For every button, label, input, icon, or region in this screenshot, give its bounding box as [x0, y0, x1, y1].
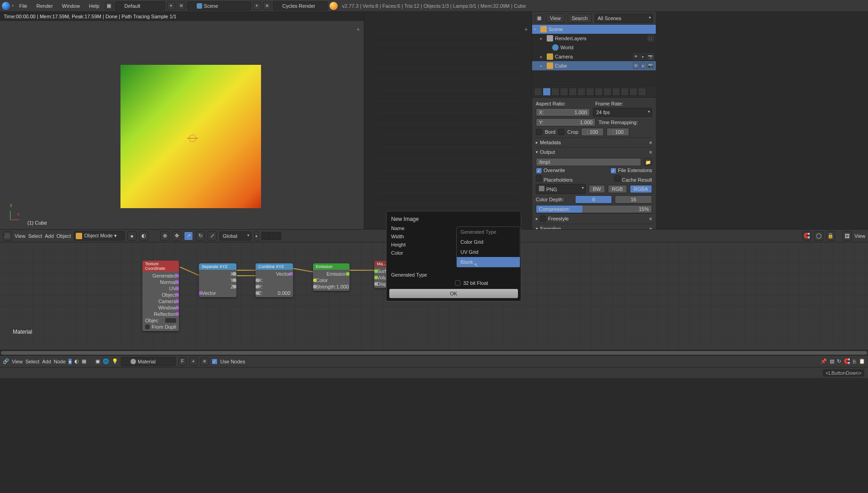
frame-rate-dropdown[interactable]: 24 fps	[593, 108, 652, 117]
viewport-3d[interactable]: Time:00:00.00 | Mem:17.59M, Peak:17.59M …	[0, 12, 364, 229]
aspect-y-field[interactable]: Y:1.000	[536, 118, 596, 126]
image-editor-toggle[interactable]: +	[524, 26, 528, 33]
layer-btn[interactable]	[261, 232, 266, 240]
node-texture-coordinate[interactable]: Texture Coordinate Generated Normal UV O…	[142, 261, 179, 331]
placeholders-checkbox[interactable]	[536, 175, 542, 182]
menu-file[interactable]: File	[16, 1, 31, 10]
copy-icon[interactable]: ⎘	[853, 359, 856, 364]
dd-blank[interactable]: Blank↖	[457, 257, 520, 267]
time-new-field[interactable]: : 100	[607, 128, 629, 136]
browse-folder-icon[interactable]: 📁	[644, 158, 652, 166]
layout-icon[interactable]: ▦	[105, 2, 113, 10]
editor-type-image-icon[interactable]: 🖼	[842, 231, 852, 241]
properties-tabs[interactable]	[532, 86, 656, 98]
tab-modifiers[interactable]	[595, 88, 603, 96]
layout-add[interactable]: +	[167, 2, 175, 10]
outliner-type-icon[interactable]: ▦	[535, 14, 543, 22]
mode-dropdown[interactable]: Object Mode ▾	[74, 231, 125, 241]
cache-result-checkbox[interactable]	[614, 175, 621, 182]
scene-dropdown[interactable]: Scene	[187, 1, 251, 10]
freestyle-checkbox[interactable]	[540, 215, 546, 222]
compression-slider[interactable]: Compression:15%	[536, 205, 652, 213]
ne-add[interactable]: Add	[42, 359, 51, 364]
tab-object[interactable]	[577, 88, 586, 96]
popup-ok-button[interactable]: OK	[389, 289, 518, 298]
object-data-icon[interactable]: ▣	[95, 358, 100, 364]
depth-8-button[interactable]: 8	[575, 195, 612, 204]
lock-camera-icon[interactable]: 🔒	[826, 231, 835, 241]
outliner-world[interactable]: World	[532, 43, 656, 52]
use-nodes-checkbox[interactable]	[211, 358, 218, 365]
manipulator-icon[interactable]: ✥	[172, 231, 181, 241]
rgb-button[interactable]: RGB	[608, 185, 627, 193]
scrollbar-horizontal[interactable]	[1, 351, 867, 355]
mat-del[interactable]: ✕	[200, 357, 209, 366]
border-checkbox[interactable]	[536, 129, 542, 135]
output-panel[interactable]: ▾Output≡	[536, 147, 652, 157]
backdrop-icon[interactable]: ▧	[830, 358, 834, 364]
menu-render[interactable]: Render	[33, 1, 57, 10]
tab-particles[interactable]	[629, 88, 638, 96]
outliner-filter[interactable]: All Scenes	[595, 14, 653, 23]
comp-type-icon[interactable]: ◐	[74, 358, 79, 364]
dd-color-grid[interactable]: Color Grid	[457, 237, 520, 247]
file-ext-checkbox[interactable]	[610, 168, 617, 174]
metadata-panel[interactable]: ▸Metadata≡	[536, 137, 652, 147]
vp-menu-view[interactable]: View	[15, 233, 26, 239]
tab-camera[interactable]	[543, 88, 551, 96]
vp-menu-add[interactable]: Add	[45, 233, 54, 239]
image-canvas[interactable]	[378, 26, 518, 215]
image-editor[interactable]: +	[364, 12, 532, 229]
shading-icon-1[interactable]: ●	[127, 231, 136, 241]
editor-type-3d-icon[interactable]: 🎥	[3, 231, 12, 241]
rotate-gizmo-icon[interactable]: ↻	[196, 231, 205, 241]
node-emission[interactable]: Emission Emission Color Strength:1.000	[313, 263, 350, 291]
mat-add[interactable]: +	[189, 357, 198, 366]
tab-material[interactable]	[612, 88, 620, 96]
outliner-view[interactable]: View	[546, 14, 565, 23]
shading-icon-2[interactable]: ◐	[139, 231, 148, 241]
dd-uv-grid[interactable]: UV Grid	[457, 247, 520, 257]
scale-gizmo-icon[interactable]: ⤢	[208, 231, 217, 241]
editor-type-node-icon[interactable]: 🔗	[3, 358, 9, 364]
float-checkbox[interactable]	[455, 280, 460, 286]
node-separate-xyz[interactable]: Separate XYZ X Y Z Vector	[199, 263, 236, 297]
outliner-renderlayers[interactable]: ▸RenderLayers▢	[532, 34, 656, 43]
world-data-icon[interactable]: 🌐	[103, 358, 109, 364]
node-combine-xyz[interactable]: Combine XYZ Vector X: Y: Z:0.000	[256, 263, 293, 297]
autorender-icon[interactable]: ↻	[837, 358, 841, 364]
time-old-field[interactable]: : 100	[581, 128, 604, 136]
material-dropdown[interactable]: Material	[121, 357, 176, 366]
pin-icon[interactable]: 📌	[821, 358, 827, 364]
layer-btn[interactable]	[277, 232, 281, 240]
paste-icon[interactable]: 📋	[859, 358, 865, 364]
tab-layers[interactable]	[551, 88, 559, 96]
aspect-x-field[interactable]: X:1.000	[536, 108, 590, 116]
generated-type-menu[interactable]: Generated Type Color Grid UV Grid Blank↖	[456, 226, 520, 267]
orientation-dropdown[interactable]: Global	[220, 231, 251, 241]
menu-help[interactable]: Help	[85, 1, 103, 10]
tab-render[interactable]	[534, 88, 542, 96]
format-dropdown[interactable]: PNG	[536, 184, 586, 194]
viewport-toolbar-toggle[interactable]: +	[356, 26, 360, 33]
layer-btn[interactable]	[267, 232, 271, 240]
scene-add[interactable]: +	[253, 2, 261, 10]
bw-button[interactable]: BW	[589, 185, 605, 193]
engine-dropdown[interactable]: Cycles Render	[273, 1, 328, 10]
pivot-icon[interactable]: ⊕	[160, 231, 169, 241]
freestyle-panel[interactable]: ▸Freestyle≡	[536, 213, 652, 224]
vp-menu-object[interactable]: Object	[57, 233, 71, 239]
tex-type-icon[interactable]: ▦	[82, 358, 86, 364]
layout-del[interactable]: ✕	[177, 2, 185, 10]
tab-world[interactable]	[569, 88, 577, 96]
sampling-panel[interactable]: ▾Sampling≡	[536, 224, 652, 229]
tab-data[interactable]	[603, 88, 612, 96]
tab-scene[interactable]	[560, 88, 568, 96]
depth-16-button[interactable]: 16	[615, 195, 652, 204]
snap-node-icon[interactable]: 🧲	[844, 358, 850, 364]
menu-window[interactable]: Window	[58, 1, 84, 10]
output-path-field[interactable]: /tmp\	[536, 158, 641, 166]
ie-menu-view[interactable]: View	[854, 233, 865, 239]
ne-view[interactable]: View	[12, 359, 23, 364]
layers-1[interactable]: ▪	[254, 231, 259, 241]
